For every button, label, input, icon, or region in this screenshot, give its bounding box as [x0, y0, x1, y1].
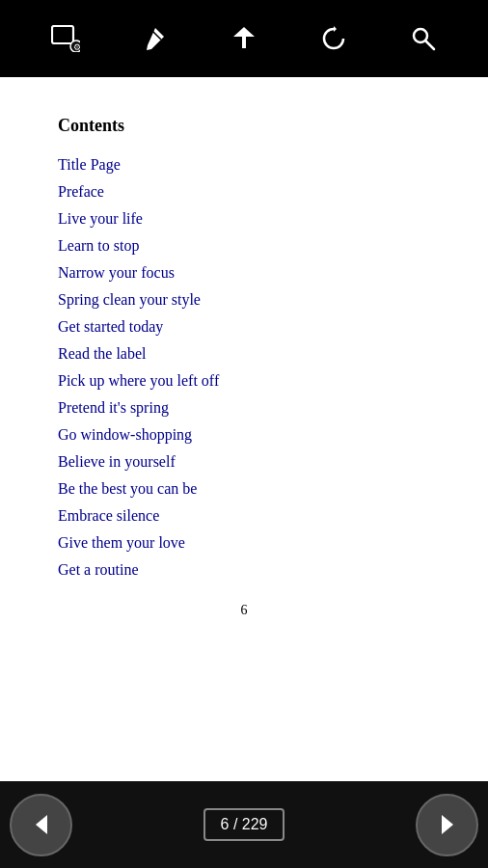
toc-title-page[interactable]: Title Page [58, 151, 430, 178]
toc-get-started-today[interactable]: Get started today [58, 313, 430, 340]
toc-read-the-label[interactable]: Read the label [58, 340, 430, 367]
svg-rect-0 [52, 26, 73, 43]
pin-icon[interactable] [231, 25, 257, 52]
image-settings-icon[interactable]: ⚙ [51, 25, 80, 52]
svg-marker-10 [442, 815, 453, 834]
search-icon[interactable] [410, 25, 437, 52]
toc-preface[interactable]: Preface [58, 178, 430, 205]
undo-icon[interactable] [320, 25, 347, 52]
toc-pick-up[interactable]: Pick up where you left off [58, 367, 430, 394]
toc-embrace-silence[interactable]: Embrace silence [58, 502, 430, 529]
svg-marker-5 [233, 27, 255, 48]
toolbar: ⚙ [0, 0, 488, 77]
prev-button[interactable] [10, 794, 72, 856]
toc-give-them-love[interactable]: Give them your love [58, 529, 430, 556]
toc-narrow-your-focus[interactable]: Narrow your focus [58, 259, 430, 286]
svg-text:⚙: ⚙ [73, 42, 80, 52]
toc-spring-clean[interactable]: Spring clean your style [58, 286, 430, 313]
page-indicator: 6 / 229 [203, 808, 285, 841]
toc-list: Title Page Preface Live your life Learn … [58, 151, 430, 583]
page-number: 6 [58, 603, 430, 618]
content-area: Contents Title Page Preface Live your li… [0, 77, 488, 781]
toc-window-shopping[interactable]: Go window-shopping [58, 421, 430, 448]
svg-marker-6 [334, 26, 337, 32]
next-button[interactable] [416, 794, 478, 856]
toc-believe-yourself[interactable]: Believe in yourself [58, 448, 430, 475]
toc-pretend-spring[interactable]: Pretend it's spring [58, 394, 430, 421]
pen-icon[interactable] [143, 25, 168, 52]
bottom-nav: 6 / 229 [0, 781, 488, 868]
toc-live-your-life[interactable]: Live your life [58, 205, 430, 232]
toc-learn-to-stop[interactable]: Learn to stop [58, 232, 430, 259]
svg-marker-9 [36, 815, 47, 834]
toc-best-you-can-be[interactable]: Be the best you can be [58, 475, 430, 502]
contents-heading: Contents [58, 116, 430, 136]
toc-get-a-routine[interactable]: Get a routine [58, 556, 430, 583]
svg-line-8 [426, 41, 435, 50]
